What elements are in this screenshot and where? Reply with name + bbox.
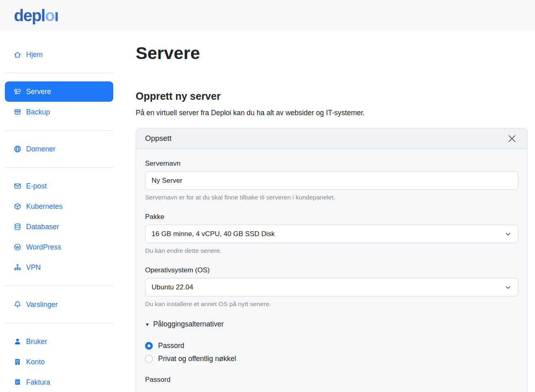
- chevron-down-icon: [504, 230, 512, 238]
- invoice-icon: [13, 378, 22, 386]
- sidebar-item-label: VPN: [26, 263, 41, 272]
- radio-passord[interactable]: Passord: [145, 339, 518, 352]
- oppsett-card: Oppsett Servernavn Servernavn er for at …: [136, 128, 528, 392]
- sidebar-item-label: WordPress: [26, 243, 61, 252]
- sidebar-item-label: E-post: [26, 182, 47, 191]
- building-icon: [13, 358, 22, 366]
- pakke-field: Pakke 16 GB minne, 4 vCPU, 40 GB SSD Dis…: [145, 213, 518, 254]
- radio-label: Passord: [158, 342, 184, 350]
- home-icon: [13, 50, 22, 59]
- servernavn-help: Servernavn er for at du skal finne tilba…: [145, 193, 518, 201]
- os-select-value: Ubuntu 22.04: [152, 283, 193, 291]
- card-header: Oppsett: [136, 128, 527, 149]
- sidebar-item-servere[interactable]: Servere: [5, 81, 113, 102]
- sidebar-item-kubernetes[interactable]: Kubernetes: [5, 196, 113, 217]
- server-icon: [13, 88, 22, 96]
- pakke-select[interactable]: 16 GB minne, 4 vCPU, 40 GB SSD Disk: [145, 225, 518, 243]
- sidebar-item-konto[interactable]: Konto: [5, 352, 113, 372]
- chevron-down-icon: [504, 284, 512, 291]
- logo-text-accent: o: [45, 7, 54, 24]
- sidebar-item-varslinger[interactable]: Varslinger: [5, 294, 113, 315]
- radio-icon[interactable]: [145, 342, 153, 350]
- sidebar: Hjem Servere Backup Domener: [0, 31, 118, 392]
- os-field: Operativsystem (OS) Ubuntu 22.04 Du kan …: [145, 266, 518, 308]
- sidebar-item-epost[interactable]: E-post: [5, 176, 113, 196]
- sidebar-item-domener[interactable]: Domener: [5, 139, 113, 159]
- close-button[interactable]: [506, 132, 518, 145]
- card-body: Servernavn Servernavn er for at du skal …: [136, 149, 527, 392]
- sidebar-item-bruker[interactable]: Bruker: [5, 331, 113, 352]
- pakke-label: Pakke: [145, 213, 518, 221]
- servernavn-field: Servernavn Servernavn er for at du skal …: [145, 160, 518, 201]
- os-label: Operativsystem (OS): [145, 266, 518, 274]
- sidebar-item-label: Hjem: [26, 50, 43, 59]
- close-icon: [506, 139, 517, 145]
- sidebar-item-label: Faktura: [26, 378, 50, 387]
- radio-privat-offentlig-nokkel[interactable]: Privat og offentlig nøkkel: [145, 352, 518, 365]
- sidebar-item-faktura[interactable]: Faktura: [5, 372, 113, 392]
- globe-icon: [13, 145, 22, 153]
- main-content: Servere Opprett ny server På en virtuell…: [118, 31, 535, 392]
- login-options-group: Passord Privat og offentlig nøkkel: [145, 339, 518, 365]
- logo-text-primary: depl: [14, 7, 45, 24]
- sidebar-divider: [5, 286, 113, 286]
- page-title: Servere: [136, 42, 528, 64]
- section-title: Opprett ny server: [136, 90, 528, 103]
- sidebar-item-label: Bruker: [26, 337, 47, 346]
- mail-icon: [13, 182, 22, 190]
- sidebar-item-hjem[interactable]: Hjem: [5, 44, 113, 65]
- sidebar-item-wordpress[interactable]: WordPress: [5, 237, 113, 257]
- sidebar-item-label: Varslinger: [26, 300, 58, 309]
- sidebar-item-label: Backup: [26, 108, 50, 116]
- servernavn-label: Servernavn: [145, 160, 518, 168]
- topbar: deploı: [0, 0, 535, 31]
- sidebar-item-vpn[interactable]: VPN: [5, 257, 113, 278]
- database-icon: [13, 223, 22, 231]
- os-select[interactable]: Ubuntu 22.04: [145, 278, 518, 296]
- login-options-toggle[interactable]: ▼ Påloggingsalternativer: [145, 320, 518, 328]
- sidebar-item-label: Kubernetes: [26, 202, 63, 211]
- login-options-title: Påloggingsalternativer: [153, 320, 224, 328]
- network-icon: [13, 263, 22, 272]
- radio-icon[interactable]: [145, 355, 153, 363]
- servernavn-input[interactable]: [145, 171, 518, 190]
- passord-label: Passord: [145, 376, 518, 384]
- cube-icon: [13, 202, 22, 210]
- bell-icon: [13, 300, 22, 309]
- sidebar-item-label: Servere: [26, 88, 51, 96]
- wordpress-icon: [13, 243, 22, 251]
- pakke-help: Du kan endre dette senere.: [145, 247, 518, 254]
- sidebar-item-label: Domener: [26, 145, 55, 153]
- pakke-select-value: 16 GB minne, 4 vCPU, 40 GB SSD Disk: [152, 230, 275, 238]
- caret-down-icon: ▼: [145, 322, 150, 327]
- sidebar-divider: [5, 323, 113, 323]
- sidebar-item-backup[interactable]: Backup: [5, 102, 113, 122]
- sidebar-divider: [5, 130, 113, 131]
- deploi-logo[interactable]: deploı: [14, 7, 58, 24]
- sidebar-item-label: Konto: [26, 358, 45, 366]
- radio-label: Privat og offentlig nøkkel: [158, 355, 236, 363]
- sidebar-item-databaser[interactable]: Databaser: [5, 217, 113, 237]
- logo-text-suffix: ı: [54, 7, 58, 24]
- section-lead: På en virtuell server fra Deploi kan du …: [136, 108, 528, 117]
- sidebar-divider: [5, 73, 113, 73]
- user-icon: [13, 337, 22, 346]
- archive-icon: [13, 108, 22, 116]
- sidebar-divider: [5, 167, 113, 168]
- card-title: Oppsett: [145, 134, 172, 143]
- os-help: Du kan installere et annet OS på nytt se…: [145, 300, 518, 308]
- sidebar-item-label: Databaser: [26, 223, 59, 231]
